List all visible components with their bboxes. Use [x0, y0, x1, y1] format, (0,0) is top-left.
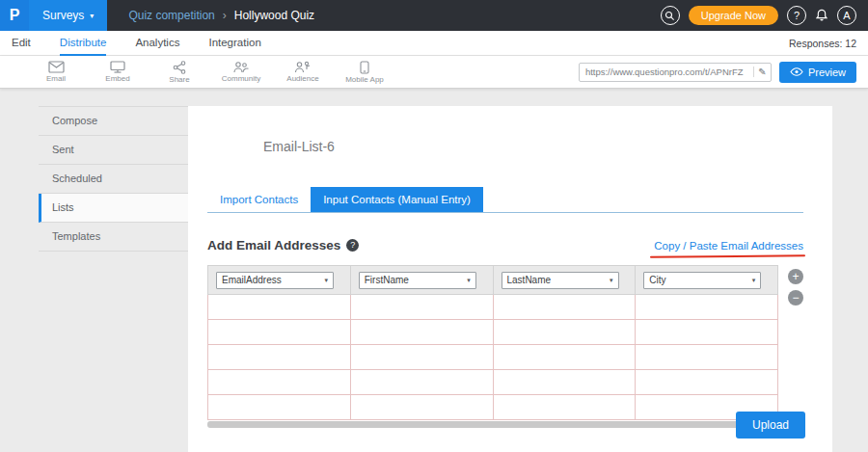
sidebar-item-templates[interactable]: Templates — [39, 223, 188, 252]
grid-cell[interactable] — [350, 345, 493, 370]
toolbar-label: Community — [222, 74, 260, 83]
table-row — [208, 295, 778, 320]
grid-cell[interactable] — [493, 320, 636, 345]
breadcrumb: Quiz competition › Hollywood Quiz — [128, 9, 314, 22]
page-title: Email-List-6 — [263, 139, 803, 154]
topbar: P Surveys ▾ Quiz competition › Hollywood… — [0, 0, 868, 31]
breadcrumb-parent[interactable]: Quiz competition — [128, 9, 214, 22]
community-icon — [232, 61, 250, 73]
toolbar-item-email[interactable]: Email — [25, 61, 87, 83]
section-title: Add Email Addresses — [207, 238, 340, 253]
add-row-button[interactable]: + — [788, 269, 803, 284]
grid-cell[interactable] — [493, 370, 636, 395]
chevron-down-icon: ▾ — [610, 277, 613, 284]
toolbar-item-audience[interactable]: Audience — [272, 61, 334, 83]
responses-count: Responses: 12 — [789, 38, 856, 49]
grid-cell[interactable] — [636, 345, 778, 370]
search-icon[interactable] — [661, 6, 680, 25]
grid-cell[interactable] — [208, 295, 351, 320]
survey-url-input[interactable]: https://www.questionpro.com/t/APNrFZ ✎ — [579, 63, 772, 82]
surveys-menu-button[interactable]: Surveys ▾ — [29, 0, 107, 31]
grid-cell[interactable] — [636, 370, 778, 395]
help-tooltip-icon[interactable]: ? — [346, 239, 359, 252]
sidebar-item-compose[interactable]: Compose — [39, 107, 188, 136]
content-panel: Email-List-6 Import Contacts Input Conta… — [188, 106, 832, 452]
grid-cell[interactable] — [208, 395, 351, 420]
grid-cell[interactable] — [493, 395, 636, 420]
grid-cell[interactable] — [208, 345, 351, 370]
surveys-label: Surveys — [42, 9, 84, 22]
tab-distribute[interactable]: Distribute — [60, 31, 107, 56]
grid-cell[interactable] — [350, 295, 493, 320]
embed-icon — [110, 61, 125, 73]
email-grid-zone: EmailAddress▾ FirstName▾ LastName▾ City▾ — [207, 265, 803, 428]
selected-column: EmailAddress — [222, 275, 282, 285]
chevron-down-icon: ▾ — [467, 277, 471, 284]
distribute-toolbar: Email Embed Share Community Audience Mob… — [0, 56, 868, 89]
red-underline-annotation — [650, 254, 805, 257]
table-row — [208, 345, 778, 370]
survey-url: https://www.questionpro.com/t/APNrFZ — [585, 66, 753, 77]
tab-edit[interactable]: Edit — [12, 31, 31, 56]
toolbar-label: Email — [46, 74, 66, 83]
column-select-lastname[interactable]: LastName▾ — [502, 272, 619, 289]
email-entry-table: EmailAddress▾ FirstName▾ LastName▾ City▾ — [207, 265, 778, 420]
share-icon — [173, 61, 186, 74]
horizontal-scrollbar[interactable] — [207, 421, 778, 428]
grid-cell[interactable] — [493, 295, 636, 320]
audience-icon — [294, 61, 312, 73]
grid-cell[interactable] — [493, 345, 636, 370]
sidebar-item-lists[interactable]: Lists — [39, 194, 188, 223]
toolbar-label: Mobile App — [345, 75, 384, 84]
grid-cell[interactable] — [350, 370, 493, 395]
toolbar-item-community[interactable]: Community — [210, 61, 272, 83]
remove-row-button[interactable]: − — [788, 290, 803, 306]
column-select-city[interactable]: City▾ — [643, 272, 761, 289]
copy-paste-email-addresses-link[interactable]: Copy / Paste Email Addresses — [654, 240, 803, 252]
preview-button[interactable]: Preview — [779, 62, 856, 83]
contacts-tabbar: Import Contacts Input Contacts (Manual E… — [207, 187, 803, 213]
survey-nav: Edit Distribute Analytics Integration Re… — [0, 31, 868, 56]
email-icon — [48, 61, 65, 73]
grid-cell[interactable] — [350, 320, 493, 345]
toolbar-item-share[interactable]: Share — [149, 61, 210, 84]
header-row: EmailAddress▾ FirstName▾ LastName▾ City▾ — [208, 266, 778, 295]
selected-column: FirstName — [365, 275, 409, 285]
toolbar-item-embed[interactable]: Embed — [87, 61, 149, 83]
tab-analytics[interactable]: Analytics — [135, 31, 179, 56]
email-sidebar: Compose Sent Scheduled Lists Templates — [39, 106, 188, 252]
row-buttons: + − — [788, 265, 803, 306]
grid-cell[interactable] — [350, 395, 493, 420]
bell-icon[interactable] — [815, 9, 828, 22]
help-icon[interactable]: ? — [787, 6, 806, 25]
grid-cell[interactable] — [636, 295, 778, 320]
preview-label: Preview — [808, 66, 846, 78]
sidebar-item-scheduled[interactable]: Scheduled — [39, 165, 188, 194]
edit-url-pencil-icon[interactable]: ✎ — [753, 66, 771, 77]
toolbar-right: https://www.questionpro.com/t/APNrFZ ✎ P… — [579, 62, 868, 83]
grid-cell[interactable] — [636, 320, 778, 345]
table-row — [208, 320, 778, 345]
breadcrumb-current: Hollywood Quiz — [234, 9, 314, 22]
tab-import-contacts[interactable]: Import Contacts — [207, 187, 311, 212]
section-header: Add Email Addresses ? Copy / Paste Email… — [207, 236, 803, 253]
main-area: Compose Sent Scheduled Lists Templates E… — [0, 89, 868, 452]
chevron-down-icon: ▾ — [752, 277, 756, 284]
sidebar-item-sent[interactable]: Sent — [39, 136, 188, 165]
avatar[interactable]: A — [837, 6, 856, 25]
selected-column: LastName — [507, 275, 552, 285]
tab-integration[interactable]: Integration — [208, 31, 260, 56]
grid-cell[interactable] — [208, 370, 351, 395]
upgrade-now-button[interactable]: Upgrade Now — [689, 6, 778, 25]
column-select-emailaddress[interactable]: EmailAddress▾ — [216, 272, 334, 289]
grid-cell[interactable] — [208, 320, 351, 345]
chevron-down-icon: ▾ — [90, 12, 94, 20]
mobile-app-icon — [360, 61, 369, 74]
toolbar-label: Share — [169, 75, 189, 84]
upload-button[interactable]: Upload — [736, 412, 805, 439]
column-select-firstname[interactable]: FirstName▾ — [359, 272, 476, 289]
toolbar-item-mobile-app[interactable]: Mobile App — [334, 61, 395, 84]
questionpro-logo[interactable]: P — [0, 0, 29, 31]
topbar-actions: Upgrade Now ? A — [661, 6, 868, 25]
tab-input-contacts-manual[interactable]: Input Contacts (Manual Entry) — [311, 187, 483, 212]
